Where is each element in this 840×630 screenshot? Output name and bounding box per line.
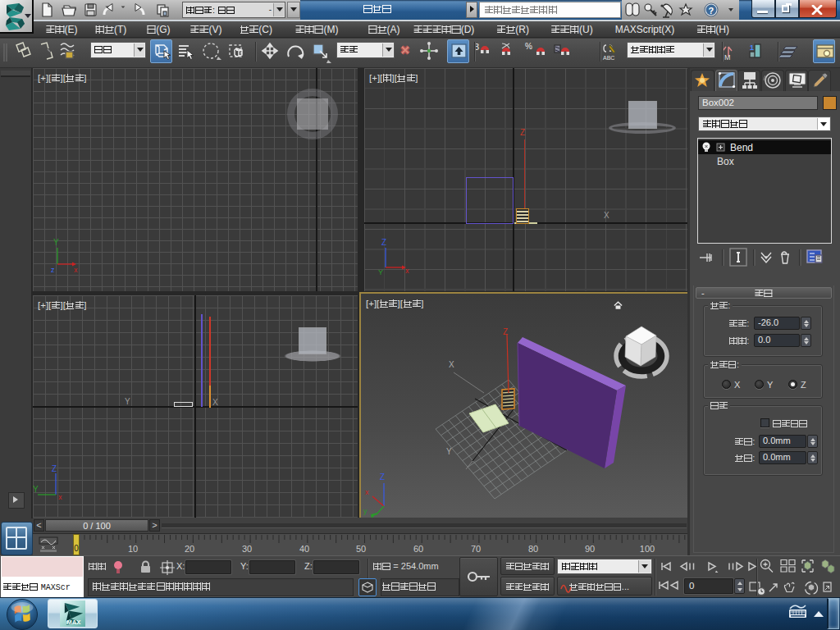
svg-text:Y: Y xyxy=(33,485,39,494)
svg-text:ABC: ABC xyxy=(603,55,614,61)
svg-text:x: x xyxy=(74,266,78,274)
svg-text:Z: Z xyxy=(381,238,386,247)
svg-text:x: x xyxy=(405,267,409,275)
svg-text:Z: Z xyxy=(503,327,508,336)
svg-text:?: ? xyxy=(709,6,714,16)
svg-text:Y: Y xyxy=(53,238,59,247)
svg-text:Z: Z xyxy=(380,472,385,482)
svg-text:x: x xyxy=(58,493,62,501)
svg-text:Z: Z xyxy=(52,464,57,473)
svg-text:x: x xyxy=(365,488,369,496)
svg-text:%: % xyxy=(525,42,532,51)
svg-text:Y: Y xyxy=(446,447,452,456)
svg-text:y: y xyxy=(363,507,368,515)
svg-text:MAX: MAX xyxy=(66,619,81,626)
svg-text:X: X xyxy=(449,360,454,369)
svg-text:1: 1 xyxy=(750,43,754,52)
svg-text:M: M xyxy=(724,53,731,62)
svg-text:Y: Y xyxy=(378,268,383,276)
svg-text:z: z xyxy=(51,266,55,274)
